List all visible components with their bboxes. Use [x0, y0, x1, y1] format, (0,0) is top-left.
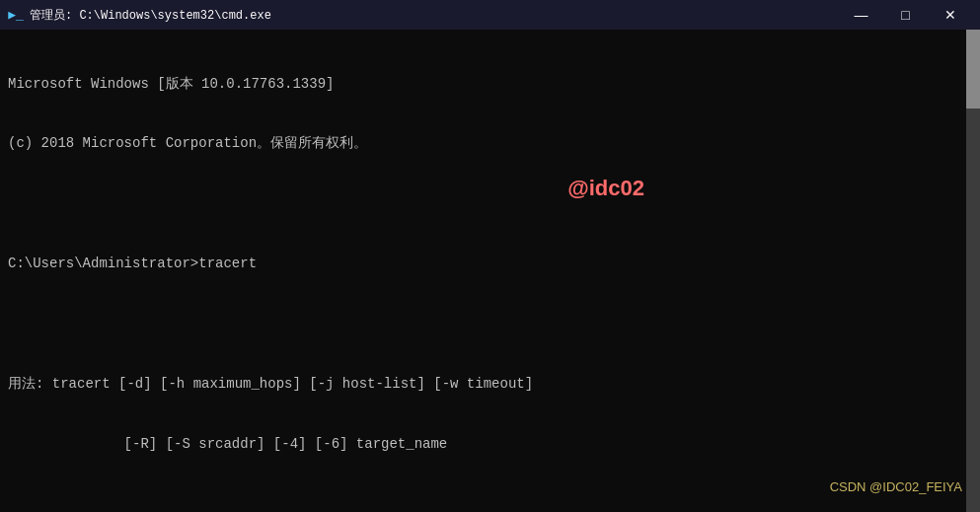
- maximize-button[interactable]: □: [883, 0, 928, 30]
- scrollbar[interactable]: [966, 30, 980, 512]
- terminal-line-6: 用法: tracert [-d] [-h maximum_hops] [-j h…: [8, 374, 972, 394]
- title-bar-controls: — □ ✕: [839, 0, 972, 30]
- terminal-line-1: Microsoft Windows [版本 10.0.17763.1339]: [8, 74, 972, 94]
- terminal-line-7: [-R] [-S srcaddr] [-4] [-6] target_name: [8, 434, 972, 454]
- close-button[interactable]: ✕: [928, 0, 972, 30]
- title-bar-left: ▶_ 管理员: C:\Windows\system32\cmd.exe: [8, 7, 271, 24]
- title-bar-title: 管理员: C:\Windows\system32\cmd.exe: [30, 7, 271, 24]
- terminal-body[interactable]: Microsoft Windows [版本 10.0.17763.1339] (…: [0, 30, 980, 512]
- terminal-line-5: [8, 314, 972, 333]
- scrollbar-thumb[interactable]: [966, 30, 980, 109]
- terminal-line-2: (c) 2018 Microsoft Corporation。保留所有权利。: [8, 133, 972, 153]
- title-bar: ▶_ 管理员: C:\Windows\system32\cmd.exe — □ …: [0, 0, 980, 30]
- cmd-icon: ▶_: [8, 7, 24, 23]
- terminal-line-8: [8, 494, 972, 512]
- watermark: @idc02: [567, 176, 644, 201]
- terminal-line-4: C:\Users\Administrator>tracert: [8, 254, 972, 273]
- terminal-content: Microsoft Windows [版本 10.0.17763.1339] (…: [8, 34, 972, 512]
- watermark2: CSDN @IDC02_FEIYA: [830, 479, 962, 494]
- minimize-button[interactable]: —: [839, 0, 883, 30]
- terminal-line-3: [8, 193, 972, 213]
